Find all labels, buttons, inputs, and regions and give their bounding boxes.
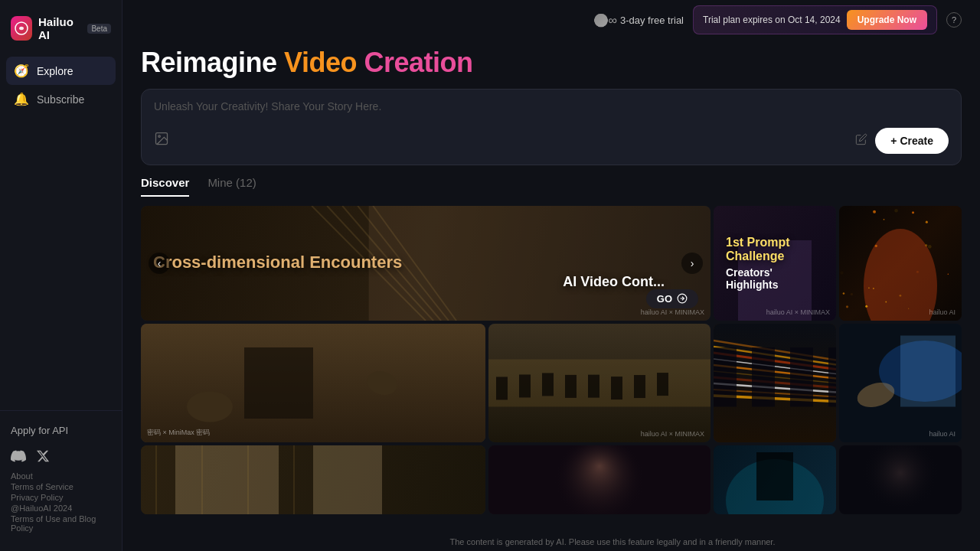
go-label: GO [657,293,672,305]
upgrade-button[interactable]: Upgrade Now [847,10,927,30]
status-text: The content is generated by AI. Please u… [450,537,776,546]
prompt-placeholder: Unleash Your Creativity! Share Your Stor… [154,100,949,112]
challenge-subtitle: Creators' Highlights [726,266,824,291]
app-logo-icon [11,16,32,41]
footer-copyright: @HailuoAI 2024 [11,504,111,513]
r2c3-canvas [714,324,836,442]
sidebar-bottom: Apply for API About Terms of Service Pri… [0,410,122,542]
next-arrow[interactable]: › [681,253,703,274]
r3c4-canvas [839,445,962,514]
beta-badge: Beta [87,24,111,34]
gallery-item-r2c1[interactable]: 密码 × MiniMax 密码 [141,324,485,442]
sidebar-nav: 🧭 Explore 🔔 Subscribe [0,54,122,410]
svg-point-2 [158,135,161,138]
featured-title: Cross-dimensional Encounters [153,253,698,272]
main-content: ⚫∞ 3-day free trial Trial plan expires o… [122,0,980,551]
prompt-actions: + Create [855,128,949,154]
footer-policy[interactable]: Terms of Use and Blog Policy [11,514,111,533]
subscribe-icon: 🔔 [14,92,29,106]
r3c1-canvas [141,445,485,514]
featured-watermark: hailuo AI × MINIMAX [641,308,704,316]
footer-privacy[interactable]: Privacy Policy [11,493,111,502]
r2c4-watermark: hailuo AI [929,430,956,438]
explore-icon: 🧭 [14,64,29,78]
gallery-item-fire[interactable]: hailuo AI [839,206,962,321]
gallery-item-r2c3[interactable] [714,324,836,442]
gallery: Cross-dimensional Encounters AI Video Co… [122,197,980,551]
sidebar-item-explore[interactable]: 🧭 Explore [6,57,116,85]
r2c4-canvas [839,324,962,442]
fire-canvas [839,206,962,321]
r2c2-watermark: hailuo AI × MINIMAX [641,430,704,438]
image-upload-icon[interactable] [154,131,169,150]
logo-section: Hailuo AI Beta [0,9,122,54]
challenge-title: 1st Prompt Challenge [726,236,824,263]
sidebar-item-subscribe-label: Subscribe [37,93,84,106]
featured-subtitle: AI Video Cont... [563,274,665,290]
gallery-item-r3c3[interactable] [714,445,836,514]
footer-links: About Terms of Service Privacy Policy @H… [11,471,111,533]
footer-about[interactable]: About [11,471,111,481]
tab-mine[interactable]: Mine (12) [207,176,256,197]
r3c2-canvas [488,445,710,514]
hero-title-part2: Video [284,47,357,78]
apply-api-link[interactable]: Apply for API [11,420,111,441]
r3c3-canvas [714,445,836,514]
header: ⚫∞ 3-day free trial Trial plan expires o… [122,0,980,40]
header-right: ⚫∞ 3-day free trial Trial plan expires o… [593,5,962,34]
prev-arrow[interactable]: ‹ [149,253,170,274]
status-bar: The content is generated by AI. Please u… [245,533,980,551]
twitter-icon[interactable] [35,448,51,464]
gallery-item-r3c2[interactable] [488,445,710,514]
tabs: Discover Mine (12) [122,165,980,197]
hero-section: Reimagine Video Creation Unleash Your Cr… [122,40,980,165]
gallery-item-featured[interactable]: Cross-dimensional Encounters AI Video Co… [141,206,710,321]
fire-watermark: hailuo AI [929,308,956,316]
help-button[interactable]: ? [946,12,962,28]
sidebar-item-subscribe[interactable]: 🔔 Subscribe [6,85,116,113]
sidebar: Hailuo AI Beta 🧭 Explore 🔔 Subscribe App… [0,0,122,551]
challenge-watermark: hailuo AI × MINIMAX [766,308,830,316]
gallery-item-r2c2[interactable]: hailuo AI × MINIMAX [488,324,710,442]
prompt-box: Unleash Your Creativity! Share Your Stor… [141,89,962,165]
sidebar-item-explore-label: Explore [37,65,73,77]
r2c1-watermark: 密码 × MiniMax 密码 [147,428,210,438]
gallery-item-r3c1[interactable] [141,445,485,514]
social-links [11,448,111,464]
hero-title-part3: Creation [364,47,472,78]
trial-section: Trial plan expires on Oct 14, 2024 Upgra… [693,5,937,34]
trial-label: 3-day free trial [620,15,684,26]
create-button[interactable]: + Create [875,128,949,154]
prompt-bottom: + Create [154,128,949,154]
discord-icon[interactable] [11,448,26,464]
trial-icon: ⚫∞ 3-day free trial [593,13,684,28]
gallery-item-r3c4[interactable] [839,445,962,514]
gallery-item-r2c4[interactable]: hailuo AI [839,324,962,442]
hero-title: Reimagine Video Creation [141,47,962,78]
tab-discover[interactable]: Discover [141,176,189,197]
go-button[interactable]: GO [646,289,698,308]
r2c2-canvas [488,324,710,442]
app-name: Hailuo AI [38,15,81,41]
r2c1-canvas [141,324,485,442]
trial-expires-text: Trial plan expires on Oct 14, 2024 [703,15,841,25]
hero-title-part1: Reimagine [141,47,277,78]
gallery-item-challenge[interactable]: 1st Prompt Challenge Creators' Highlight… [714,206,836,321]
edit-icon[interactable] [855,133,867,148]
footer-terms[interactable]: Terms of Service [11,482,111,491]
